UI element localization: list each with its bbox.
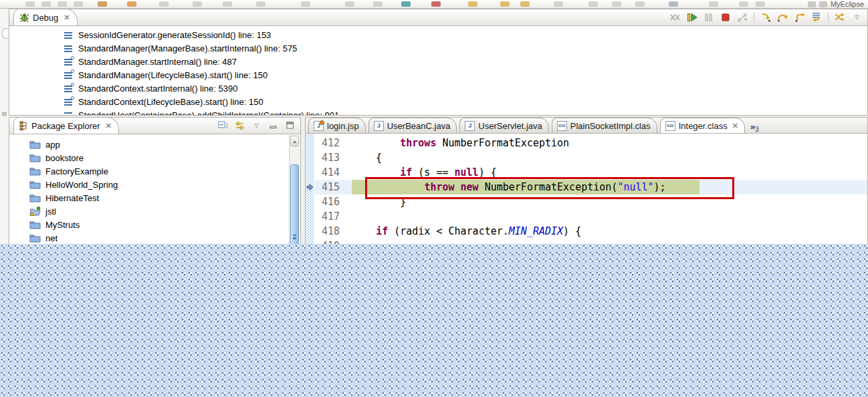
closed-folder-icon <box>29 180 41 189</box>
perspective-switcher[interactable]: MyEclipse <box>808 0 864 9</box>
toolbar-button-clipped[interactable] <box>193 1 202 7</box>
line-number[interactable]: 415 <box>314 180 352 194</box>
toolbar-button-clipped[interactable] <box>431 1 441 7</box>
toolbar-button-clipped[interactable] <box>468 1 477 7</box>
toolbar-button-clipped[interactable] <box>612 1 621 7</box>
scrollbar-grip <box>293 235 296 239</box>
tab-userbeanc-java[interactable]: JUserBeanC.java <box>368 118 457 133</box>
scrollbar-thumb[interactable] <box>290 164 299 253</box>
project-row-jstl[interactable]: jstl <box>9 205 300 218</box>
instruction-pointer-icon <box>306 183 314 191</box>
code-text: throws NumberFormatException <box>352 136 569 150</box>
tab-package-explorer[interactable]: Package Explorer ✕ <box>13 117 119 134</box>
closed-folder-icon <box>29 140 41 149</box>
toolbar-button-clipped[interactable] <box>74 1 83 7</box>
drop-to-frame-icon[interactable] <box>810 11 823 23</box>
line-number[interactable]: 417 <box>314 209 352 224</box>
view-menu-icon[interactable]: ▽ <box>851 11 863 23</box>
stack-frames: SessionIdGenerator.generateSessionId() l… <box>9 26 867 115</box>
use-step-filters-icon[interactable] <box>834 11 847 23</box>
terminate-icon[interactable] <box>719 11 732 23</box>
editor-tab-bar: Jlogin.jspJUserBeanC.javaJUserServlet.ja… <box>306 118 867 134</box>
link-with-editor-icon[interactable] <box>233 120 246 131</box>
scroll-up-icon[interactable]: ▲ <box>290 136 299 146</box>
close-icon[interactable]: ✕ <box>106 122 112 130</box>
web-project-warning-icon <box>29 207 41 216</box>
toolbar-button-clipped[interactable] <box>25 1 35 7</box>
toolbar-button-clipped[interactable] <box>554 1 563 7</box>
stack-frame-row[interactable]: StandardManager(ManagerBase).startIntern… <box>9 41 867 55</box>
project-row-helloworld_spring[interactable]: HelloWorld_Spring <box>9 178 300 191</box>
toolbar-button-clipped[interactable] <box>588 1 598 7</box>
toolbar-button-clipped[interactable] <box>256 1 265 7</box>
tab-userservlet-java[interactable]: JUserServlet.java <box>459 118 548 133</box>
stack-frame-label: StandardContext.startInternal() line: 53… <box>78 84 237 94</box>
project-row-hibernatetest[interactable]: HibernateTest <box>9 191 300 205</box>
line-number[interactable]: 414 <box>314 165 352 180</box>
toolbar-button-clipped[interactable] <box>635 1 645 7</box>
stack-frame-label: StandardContext(LifecycleBase).start() l… <box>78 97 263 107</box>
toolbar-button-clipped[interactable] <box>669 1 678 7</box>
project-label: bookstore <box>45 153 84 163</box>
perspective-icon <box>819 1 827 7</box>
project-row-mystruts[interactable]: MyStruts <box>9 218 300 231</box>
toolbar-button-clipped[interactable] <box>301 1 310 7</box>
perspective-icon <box>808 1 816 7</box>
line-number[interactable]: 418 <box>314 224 352 239</box>
line-number[interactable]: 413 <box>314 150 352 165</box>
suspend-icon[interactable] <box>702 11 715 23</box>
stack-frame-row[interactable]: StandardContext.startInternal() line: 53… <box>9 82 867 95</box>
toolbar-button-clipped[interactable] <box>58 1 67 7</box>
stack-frame-row[interactable]: StandardContext(LifecycleBase).start() l… <box>9 95 867 108</box>
toolbar-button-clipped[interactable] <box>98 1 107 7</box>
tab-integer-class[interactable]: 010Integer.class✕ <box>660 118 745 133</box>
stack-frame-row[interactable]: StandardManager(LifecycleBase).start() l… <box>9 68 867 82</box>
remove-all-terminated-icon[interactable] <box>669 11 681 23</box>
toolbar-button-clipped[interactable] <box>127 1 136 7</box>
step-return-icon[interactable] <box>793 11 806 23</box>
tab-login-jsp[interactable]: Jlogin.jsp <box>308 118 366 133</box>
collapse-all-icon[interactable] <box>217 120 229 131</box>
toolbar-button-clipped[interactable] <box>709 1 718 7</box>
project-row-net[interactable]: net <box>9 231 300 245</box>
close-icon[interactable]: ✕ <box>732 122 738 130</box>
toolbar-button-clipped[interactable] <box>756 1 765 7</box>
step-over-icon[interactable] <box>776 11 789 23</box>
toolbar-button-clipped[interactable] <box>401 1 411 7</box>
disconnect-icon[interactable] <box>736 11 748 23</box>
code-editor[interactable]: 412 throws NumberFormatException413 {414… <box>306 134 867 245</box>
toolbar-button-clipped[interactable] <box>520 1 530 7</box>
toolbar-button-clipped[interactable] <box>345 1 354 7</box>
toolbar-button-clipped[interactable] <box>739 1 748 7</box>
resume-icon[interactable] <box>685 11 698 23</box>
tab-debug[interactable]: Debug ✕ <box>13 9 78 25</box>
minimize-icon[interactable] <box>267 120 280 131</box>
tab-plainsocketimpl-clas[interactable]: 010PlainSocketImpl.clas <box>552 118 657 133</box>
trim-grip[interactable] <box>2 112 7 116</box>
maximize-icon[interactable] <box>284 120 296 131</box>
line-number[interactable]: 412 <box>314 136 352 150</box>
toolbar-button-clipped[interactable] <box>223 1 232 7</box>
project-row-bookstore[interactable]: bookstore <box>9 151 300 164</box>
code-text: { <box>352 150 382 165</box>
toolbar-button-clipped[interactable] <box>373 1 383 7</box>
view-menu-icon[interactable]: ▽ <box>250 120 263 131</box>
stack-frame-icon <box>64 58 73 65</box>
close-icon[interactable]: ✕ <box>64 13 70 22</box>
stack-frame-row[interactable]: StandardManager.startInternal() line: 48… <box>9 55 867 68</box>
stack-frame-label: SessionIdGenerator.generateSessionId() l… <box>78 30 271 40</box>
toolbar-button-clipped[interactable] <box>41 1 51 7</box>
code-text: if (radix < Character.MIN_RADIX) { <box>352 224 581 239</box>
tab-overflow-chevron[interactable]: » 3 <box>750 122 759 133</box>
project-row-app[interactable]: app <box>9 138 300 151</box>
stack-frame-row[interactable]: StandardHost(ContainerBase).addChildInte… <box>9 108 867 115</box>
trim-handle[interactable] <box>2 28 8 39</box>
stack-frame-icon <box>64 85 73 92</box>
toolbar-button-clipped[interactable] <box>500 1 510 7</box>
line-number[interactable]: 416 <box>314 194 352 209</box>
step-into-icon[interactable] <box>760 11 772 23</box>
project-row-factoryexample[interactable]: FactoryExample <box>9 164 300 178</box>
stack-frame-row[interactable]: SessionIdGenerator.generateSessionId() l… <box>9 28 867 41</box>
toolbar-button-clipped[interactable] <box>159 1 169 7</box>
stack-frame-label: StandardManager.startInternal() line: 48… <box>78 57 237 67</box>
